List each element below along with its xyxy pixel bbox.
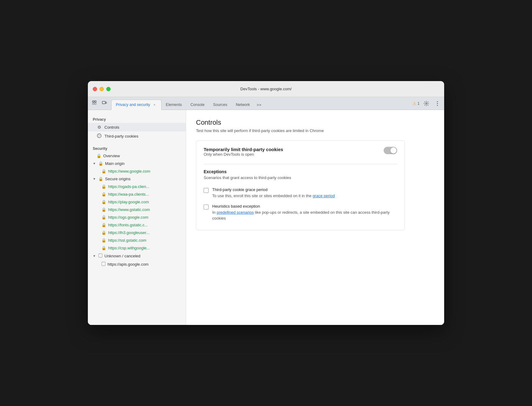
chevron-down-icon-secure: ▼ (93, 177, 96, 181)
privacy-section-label: Privacy (88, 115, 186, 123)
svg-point-6 (426, 103, 427, 104)
more-options-button[interactable] (433, 99, 442, 108)
tab-label: Sources (213, 103, 227, 107)
tab-console[interactable]: Console (186, 100, 209, 110)
chevron-down-icon: ▼ (93, 162, 96, 165)
sidebar-item-main-origin[interactable]: ▼ 🔒 Main origin (88, 160, 186, 167)
cookie-icon (96, 133, 102, 139)
svg-point-12 (100, 135, 100, 136)
secure-url: https://fonts.gstatic.c... (108, 223, 148, 227)
page-title: Controls (196, 119, 434, 127)
card-header: Temporarily limit third-party cookies On… (204, 147, 397, 163)
exceptions-subtitle: Scenarios that grant access to third-par… (204, 175, 397, 180)
heuristics-checkbox[interactable] (204, 205, 209, 209)
sidebar-item-third-party-cookies[interactable]: Third-party cookies (88, 131, 186, 141)
sidebar-controls-label: Controls (104, 125, 119, 130)
grace-period-checkbox[interactable] (204, 188, 209, 193)
tab-icon-group (90, 99, 111, 110)
limit-cookies-toggle[interactable] (384, 147, 397, 154)
maximize-button[interactable] (106, 87, 111, 91)
secure-origins-list: 🔒 https://ogads-pa.clien... 🔒 https://wa… (88, 183, 186, 252)
grace-period-content: Third-party cookie grace period To use t… (212, 187, 335, 199)
svg-rect-15 (102, 262, 105, 266)
device-toggle-button[interactable] (100, 99, 109, 107)
sidebar-item-secure-url[interactable]: 🔒 https://ogs.google.com (88, 213, 186, 221)
main-origin-url: https://www.google.com (108, 169, 150, 174)
svg-rect-1 (95, 101, 96, 102)
sidebar-item-secure-url[interactable]: 🔒 https://csp.withgoogle... (88, 244, 186, 252)
sidebar-item-secure-url[interactable]: 🔒 https://ssl.gstatic.com (88, 236, 186, 244)
main-origin-label: Main origin (105, 161, 125, 166)
card-subtitle: Only when DevTools is open (204, 152, 283, 157)
page-subtitle: Test how this site will perform if third… (196, 128, 434, 133)
sidebar-item-secure-url[interactable]: 🔒 https://fonts.gstatic.c... (88, 221, 186, 229)
tab-label: Console (190, 103, 205, 107)
svg-rect-0 (92, 101, 94, 102)
secure-url: https://play.google.com (108, 200, 149, 204)
lock-icon-secure-url: 🔒 (101, 200, 106, 204)
grace-period-desc: To use this, enroll this site or sites e… (212, 193, 335, 199)
lock-icon-secure-url: 🔒 (101, 215, 106, 220)
secure-url: https://waa-pa.clients... (108, 192, 149, 197)
settings-button[interactable] (422, 99, 431, 108)
lock-icon-secure-url: 🔒 (101, 223, 106, 227)
lock-icon-secure-url: 🔒 (101, 238, 106, 243)
sidebar-item-unknown-url[interactable]: https://apis.google.com (88, 260, 186, 268)
sidebar-item-overview[interactable]: 🔒 Overview (88, 152, 186, 160)
svg-rect-2 (92, 103, 94, 104)
sidebar-item-controls[interactable]: ⚙ Controls (88, 123, 186, 131)
secure-url: https://www.gstatic.com (108, 207, 150, 212)
lock-icon-overview: 🔒 (96, 154, 101, 158)
inspect-icon-button[interactable] (90, 99, 99, 107)
secure-url: https://csp.withgoogle... (108, 246, 150, 250)
unknown-icon (98, 253, 103, 259)
sidebar-item-unknown-canceled[interactable]: ▼ Unknown / canceled (88, 252, 186, 260)
secure-url: https://ogs.google.com (108, 215, 148, 220)
sidebar-item-secure-url[interactable]: 🔒 https://www.gstatic.com (88, 206, 186, 213)
traffic-lights (93, 87, 111, 91)
tab-close-button[interactable]: × (152, 102, 157, 107)
minimize-button[interactable] (100, 87, 104, 91)
tab-label: Privacy and security (116, 103, 150, 107)
sidebar-item-main-origin-url[interactable]: 🔒 https://www.google.com (88, 167, 186, 175)
exception-item-heuristics: Heuristics based exception In predefined… (204, 201, 397, 224)
heuristics-desc-before: In (212, 210, 217, 215)
lock-icon-secure-url: 🔒 (101, 184, 106, 189)
heuristics-content: Heuristics based exception In predefined… (212, 204, 397, 221)
warning-badge[interactable]: ⚠ 1 (413, 101, 420, 106)
svg-rect-3 (95, 103, 96, 104)
heuristics-link[interactable]: predefined scenarios (217, 210, 254, 215)
titlebar: DevTools - www.google.com/ (88, 81, 444, 97)
grace-period-link[interactable]: grace period (313, 193, 335, 198)
heuristics-title: Heuristics based exception (212, 204, 397, 209)
heuristics-desc: In predefined scenarios like pop-ups or … (212, 209, 397, 221)
sidebar-item-secure-url[interactable]: 🔒 https://play.google.com (88, 198, 186, 206)
svg-rect-5 (106, 102, 107, 103)
grace-period-desc-before: To use this, enroll this site or sites e… (212, 193, 313, 198)
tab-privacy-security[interactable]: Privacy and security × (111, 100, 162, 110)
tab-label: Elements (166, 103, 182, 107)
svg-point-11 (98, 135, 99, 135)
overview-label: Overview (103, 154, 120, 158)
secure-url: https://ogads-pa.clien... (108, 184, 149, 189)
sidebar-item-secure-url[interactable]: 🔒 https://waa-pa.clients... (88, 190, 186, 198)
svg-rect-4 (102, 101, 105, 104)
tab-sources[interactable]: Sources (209, 100, 232, 110)
sidebar-item-secure-url[interactable]: 🔒 https://ogads-pa.clien... (88, 183, 186, 190)
close-button[interactable] (93, 87, 97, 91)
lock-icon-secure-url: 🔒 (101, 192, 106, 197)
more-tabs-button[interactable]: >> (254, 103, 264, 107)
lock-icon-main-url: 🔒 (101, 169, 106, 174)
grace-period-title: Third-party cookie grace period (212, 187, 335, 192)
main-content: Privacy ⚙ Controls Third-party cookies (88, 110, 444, 325)
lock-icon-secure-url: 🔒 (101, 207, 106, 212)
warning-triangle-icon: ⚠ (413, 101, 417, 106)
tab-network[interactable]: Network (232, 100, 254, 110)
card-title: Temporarily limit third-party cookies (204, 147, 283, 152)
lock-icon-secure-url: 🔒 (101, 246, 106, 250)
sidebar-item-secure-origins[interactable]: ▼ 🔒 Secure origins (88, 175, 186, 183)
sidebar-item-secure-url[interactable]: 🔒 https://lh3.googleuser... (88, 229, 186, 236)
tab-elements[interactable]: Elements (162, 100, 186, 110)
tabbar: Privacy and security × Elements Console … (88, 97, 444, 110)
svg-point-9 (437, 105, 438, 106)
